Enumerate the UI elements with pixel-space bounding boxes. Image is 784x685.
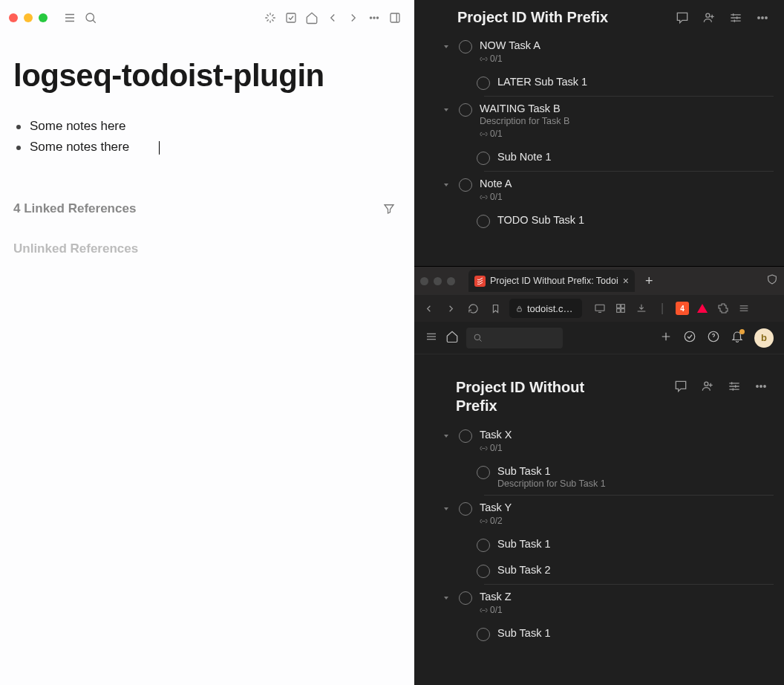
- project-title[interactable]: Project ID With Prefix: [457, 9, 608, 26]
- unlinked-references-heading[interactable]: Unlinked References: [13, 241, 399, 256]
- edit-icon[interactable]: [281, 7, 301, 28]
- complete-checkbox[interactable]: [477, 152, 490, 165]
- share-icon[interactable]: [699, 378, 716, 395]
- svg-point-8: [762, 16, 764, 19]
- complete-checkbox[interactable]: [477, 565, 490, 578]
- filter-icon[interactable]: [379, 198, 399, 219]
- references-section: 4 Linked References Unlinked References: [13, 198, 399, 256]
- subtask-row[interactable]: Sub Task 1Description for Sub Task 1: [441, 459, 784, 495]
- plugin-icon[interactable]: [260, 7, 281, 28]
- extensions-icon[interactable]: [716, 301, 731, 316]
- minimize-dot[interactable]: [24, 13, 33, 22]
- complete-checkbox[interactable]: [459, 178, 472, 192]
- chevron-down-icon[interactable]: [441, 180, 451, 190]
- back-icon[interactable]: [322, 7, 343, 28]
- more-icon[interactable]: [364, 7, 385, 28]
- task-list: NOW Task A0/1LATER Sub Task 1WAITING Tas…: [414, 29, 784, 238]
- view-settings-icon[interactable]: [726, 378, 742, 395]
- svg-rect-1: [287, 13, 295, 22]
- home-icon[interactable]: [301, 7, 322, 28]
- reader-icon[interactable]: [613, 301, 628, 316]
- task-name: LATER Sub Task 1: [497, 76, 777, 88]
- bullet-item[interactable]: Some notes here: [30, 116, 399, 137]
- complete-checkbox[interactable]: [477, 628, 490, 641]
- cast-icon[interactable]: [592, 301, 607, 316]
- download-icon[interactable]: [634, 301, 649, 316]
- search-icon[interactable]: [80, 7, 101, 28]
- subtask-row[interactable]: Sub Task 1: [441, 532, 784, 558]
- window-traffic-lights[interactable]: [420, 277, 455, 285]
- complete-checkbox[interactable]: [459, 591, 472, 605]
- complete-checkbox[interactable]: [459, 429, 472, 443]
- add-task-icon[interactable]: [659, 330, 673, 346]
- task-row[interactable]: Task Z0/1: [441, 585, 784, 621]
- new-tab-button[interactable]: +: [641, 273, 658, 289]
- right-sidebar-icon[interactable]: [385, 7, 405, 28]
- browser-tab[interactable]: Project ID Without Prefix: Todoi ×: [468, 270, 635, 292]
- minimize-dot[interactable]: [434, 277, 442, 285]
- linked-references-heading[interactable]: 4 Linked References: [13, 201, 136, 216]
- brave-badge[interactable]: 4: [676, 302, 689, 315]
- brave-shield-icon[interactable]: [766, 273, 778, 288]
- maximize-dot[interactable]: [39, 13, 48, 22]
- complete-checkbox[interactable]: [477, 466, 490, 479]
- subtask-row[interactable]: LATER Sub Task 1: [441, 70, 784, 96]
- close-dot[interactable]: [420, 277, 428, 285]
- avatar[interactable]: b: [754, 328, 774, 348]
- page-title[interactable]: logseq-todoist-plugin: [13, 58, 399, 94]
- svg-point-16: [474, 334, 480, 340]
- task-name: Note A: [480, 178, 777, 189]
- chevron-down-icon[interactable]: [441, 593, 451, 603]
- task-row[interactable]: Task X0/1: [441, 423, 784, 459]
- subtask-row[interactable]: TODO Sub Task 1: [441, 208, 784, 234]
- tab-title: Project ID Without Prefix: Todoi: [490, 276, 618, 286]
- svg-point-3: [373, 17, 375, 19]
- bullet-item[interactable]: Some notes there: [30, 137, 399, 158]
- chevron-down-icon[interactable]: [441, 504, 451, 514]
- search-input[interactable]: [466, 328, 563, 348]
- forward-icon[interactable]: [442, 303, 459, 314]
- subtask-row[interactable]: Sub Task 2: [441, 558, 784, 584]
- reload-icon[interactable]: [465, 303, 481, 314]
- back-icon[interactable]: [420, 303, 437, 314]
- subtask-row[interactable]: Sub Note 1: [441, 145, 784, 171]
- hamburger-icon[interactable]: [736, 301, 751, 316]
- chevron-down-icon[interactable]: [441, 105, 451, 115]
- close-dot[interactable]: [9, 13, 18, 22]
- bookmark-icon[interactable]: [487, 303, 503, 314]
- complete-checkbox[interactable]: [477, 539, 490, 552]
- more-icon[interactable]: [753, 378, 769, 395]
- share-icon[interactable]: [701, 10, 717, 26]
- menu-icon[interactable]: [59, 7, 80, 28]
- forward-icon[interactable]: [343, 7, 364, 28]
- complete-checkbox[interactable]: [477, 215, 490, 228]
- chevron-down-icon[interactable]: [441, 431, 451, 441]
- subtask-row[interactable]: Sub Task 1: [441, 621, 784, 647]
- close-tab-icon[interactable]: ×: [623, 275, 629, 287]
- comment-icon[interactable]: [673, 378, 689, 395]
- complete-checkbox[interactable]: [459, 103, 472, 117]
- home-icon[interactable]: [445, 330, 459, 346]
- url-field[interactable]: todoist.c…: [509, 299, 582, 318]
- task-row[interactable]: Note A0/1: [441, 172, 784, 208]
- help-icon[interactable]: [707, 330, 720, 346]
- window-traffic-lights[interactable]: [9, 13, 48, 22]
- menu-icon[interactable]: [425, 330, 438, 346]
- notification-dot: [739, 329, 745, 334]
- task-row[interactable]: NOW Task A0/1: [441, 33, 784, 70]
- chevron-down-icon[interactable]: [441, 42, 451, 52]
- brave-rewards-icon[interactable]: [695, 301, 710, 316]
- task-row[interactable]: WAITING Task BDescription for Task B0/1: [441, 97, 784, 145]
- project-title[interactable]: Project ID Without Prefix: [456, 378, 612, 415]
- notifications-icon[interactable]: [731, 330, 744, 346]
- more-icon[interactable]: [754, 10, 771, 26]
- productivity-icon[interactable]: [683, 330, 696, 346]
- complete-checkbox[interactable]: [477, 77, 490, 90]
- task-row[interactable]: Task Y0/2: [441, 496, 784, 532]
- maximize-dot[interactable]: [447, 277, 455, 285]
- comment-icon[interactable]: [674, 10, 690, 26]
- complete-checkbox[interactable]: [459, 502, 472, 516]
- svg-rect-15: [621, 309, 625, 313]
- complete-checkbox[interactable]: [459, 40, 472, 53]
- view-settings-icon[interactable]: [728, 10, 744, 26]
